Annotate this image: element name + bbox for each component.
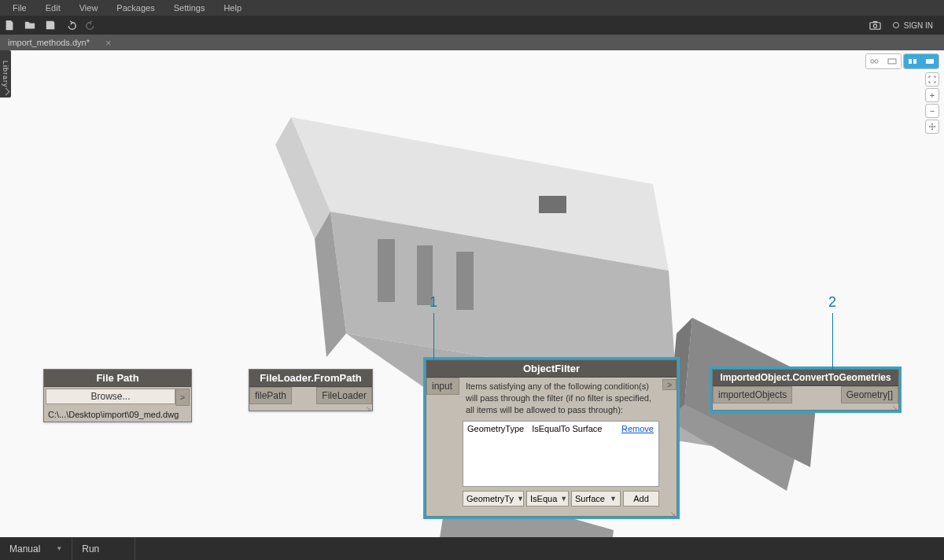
view-bg-button[interactable] [921, 54, 938, 68]
svg-point-18 [875, 60, 878, 63]
redo-icon[interactable] [85, 19, 98, 31]
svg-rect-21 [913, 59, 916, 64]
svg-rect-20 [909, 59, 912, 64]
node-title: FileLoader.FromPath [249, 370, 372, 387]
chevron-down-icon: ▼ [610, 495, 617, 503]
node-fileloader[interactable]: FileLoader.FromPath filePath FileLoader … [249, 369, 373, 411]
tab-bar: import_methods.dyn* × [0, 35, 944, 50]
view-3d-button[interactable] [866, 54, 883, 68]
zoom-out-button[interactable]: − [925, 104, 939, 118]
menu-view[interactable]: View [70, 3, 108, 13]
view-geom-button[interactable] [904, 54, 921, 68]
save-icon[interactable] [44, 19, 57, 31]
tab-label: import_methods.dyn* [8, 38, 90, 47]
filter-type-select[interactable]: GeometryTy▼ [463, 491, 524, 507]
remove-filter-link[interactable]: Remove [621, 424, 654, 433]
add-filter-button[interactable]: Add [623, 491, 659, 507]
chevron-down-icon: ▼ [517, 495, 524, 503]
toolbar: SIGN IN [0, 16, 944, 35]
run-button[interactable]: Run [72, 537, 135, 560]
user-icon [893, 22, 899, 28]
zoom-fit-button[interactable] [925, 72, 939, 87]
menu-edit[interactable]: Edit [36, 3, 70, 13]
menu-packages[interactable]: Packages [107, 3, 164, 13]
chevron-down-icon: ▼ [56, 545, 62, 552]
svg-point-1 [874, 24, 877, 27]
zoom-controls: + − [925, 72, 939, 134]
pan-button[interactable] [925, 120, 939, 134]
view-toggle [865, 53, 939, 69]
tab-close-icon[interactable]: × [105, 37, 112, 49]
filter-description: Items satisfying any of the following co… [463, 379, 659, 421]
file-tab[interactable]: import_methods.dyn* × [0, 35, 120, 50]
node-objectfilter[interactable]: ObjectFilter input Items satisfying any … [426, 359, 677, 517]
filter-col-cond: IsEqualTo Surface [532, 424, 602, 433]
svg-rect-22 [926, 59, 934, 64]
annotation-2: 2 [828, 294, 836, 311]
svg-rect-19 [888, 59, 896, 64]
svg-rect-7 [378, 239, 395, 302]
menu-settings[interactable]: Settings [164, 3, 215, 13]
filter-op-select[interactable]: IsEqua▼ [526, 491, 569, 507]
sign-in-button[interactable]: SIGN IN [893, 21, 933, 30]
svg-rect-0 [870, 22, 880, 28]
new-file-icon[interactable] [3, 19, 16, 31]
svg-rect-10 [539, 196, 566, 213]
output-port-fileloader[interactable]: FileLoader [316, 387, 372, 404]
output-port-geometry[interactable]: Geometry[] [841, 386, 898, 403]
browse-button[interactable]: Browse... [46, 389, 175, 404]
resize-grip-icon[interactable]: ↘ [670, 510, 675, 515]
file-path-display: C:\...\Desktop\import\09_med.dwg [44, 407, 191, 422]
input-port[interactable]: input [426, 378, 459, 395]
zoom-in-button[interactable]: + [925, 88, 939, 102]
filter-value-select[interactable]: Surface▼ [571, 491, 621, 507]
undo-icon[interactable] [65, 19, 77, 31]
run-mode-select[interactable]: Manual▼ [0, 537, 72, 560]
status-bar: Manual▼ Run [0, 537, 944, 560]
output-port[interactable]: > [662, 379, 677, 390]
svg-point-17 [871, 60, 874, 63]
node-importedobject[interactable]: ImportedObject.ConvertToGeometries impor… [712, 369, 899, 411]
node-title: ObjectFilter [426, 360, 677, 378]
menu-bar: File Edit View Packages Settings Help [0, 0, 944, 16]
open-file-icon[interactable] [24, 19, 36, 31]
node-title: ImportedObject.ConvertToGeometries [713, 370, 898, 386]
screenshot-icon[interactable] [869, 19, 882, 31]
graph-canvas[interactable]: File Path Browse... > C:\...\Desktop\imp… [0, 50, 944, 537]
filter-list[interactable]: GeometryType IsEqualTo Surface Remove [463, 421, 659, 487]
output-port[interactable]: > [175, 389, 190, 406]
node-title: File Path [44, 370, 191, 387]
annotation-1: 1 [430, 294, 437, 311]
chevron-down-icon: ▼ [560, 495, 567, 503]
resize-grip-icon[interactable]: ↘ [366, 405, 371, 410]
library-panel-toggle[interactable]: Library [0, 50, 11, 98]
resize-grip-icon[interactable]: ↘ [892, 404, 897, 409]
menu-help[interactable]: Help [214, 3, 251, 13]
svg-rect-2 [873, 20, 878, 22]
input-port-importedobjects[interactable]: importedObjects [713, 386, 792, 403]
node-file-path[interactable]: File Path Browse... > C:\...\Desktop\imp… [43, 369, 192, 422]
menu-file[interactable]: File [3, 3, 36, 13]
svg-rect-9 [456, 252, 474, 310]
view-graph-button[interactable] [883, 54, 901, 68]
input-port-filepath[interactable]: filePath [249, 387, 292, 404]
filter-col-type: GeometryType [467, 424, 524, 433]
